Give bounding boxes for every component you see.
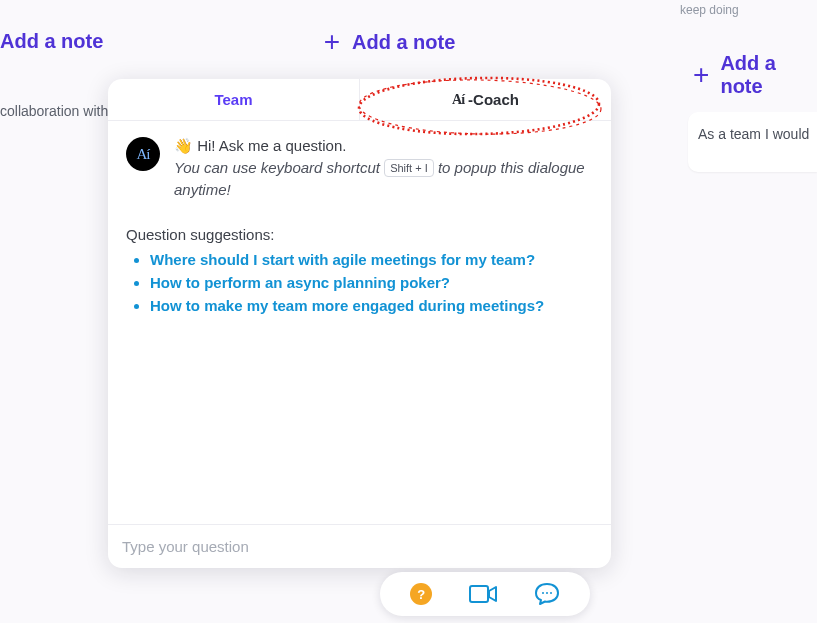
hint-before: You can use keyboard shortcut: [174, 159, 380, 176]
add-note-center-label: Add a note: [352, 31, 455, 54]
team-card[interactable]: As a team I would: [688, 112, 817, 172]
add-note-right-label: Add a note: [720, 52, 817, 98]
ai-coach-prefix: Aí: [452, 92, 464, 108]
plus-icon: +: [690, 63, 712, 87]
ai-avatar-label: Aí: [137, 146, 150, 163]
help-icon: ?: [417, 587, 425, 602]
suggestion-item: How to make my team more engaged during …: [150, 297, 593, 314]
tab-team-label: Team: [214, 91, 252, 108]
tab-team[interactable]: Team: [108, 79, 359, 120]
help-button[interactable]: ?: [410, 583, 432, 605]
svg-rect-2: [470, 586, 488, 602]
svg-point-5: [550, 592, 552, 594]
panel-body: Aí 👋 Hi! Ask me a question. You can use …: [108, 121, 611, 524]
ai-message-text: 👋 Hi! Ask me a question. You can use key…: [174, 135, 593, 200]
suggestion-item: How to perform an async planning poker?: [150, 274, 593, 291]
chat-panel: Team Aí-Coach Aí 👋 Hi! Ask me a question…: [108, 79, 611, 568]
suggestion-item: Where should I start with agile meetings…: [150, 251, 593, 268]
svg-point-3: [542, 592, 544, 594]
add-note-left-label: Add a note: [0, 30, 103, 53]
suggestions-list: Where should I start with agile meetings…: [136, 251, 593, 314]
question-input[interactable]: [120, 537, 599, 556]
add-note-center[interactable]: + Add a note: [320, 30, 455, 54]
bottom-dock: ?: [380, 572, 590, 616]
add-note-right[interactable]: + Add a note: [690, 52, 817, 98]
wave-emoji: 👋: [174, 137, 193, 154]
ai-coach-suffix: -Coach: [468, 91, 519, 108]
keyboard-shortcut: Shift + I: [384, 159, 434, 177]
chat-button[interactable]: [534, 582, 560, 606]
ai-message: Aí 👋 Hi! Ask me a question. You can use …: [126, 135, 593, 200]
panel-tabs: Team Aí-Coach: [108, 79, 611, 121]
add-note-left[interactable]: Add a note: [0, 30, 103, 53]
collaboration-snippet: collaboration with: [0, 103, 108, 119]
team-card-text: As a team I would: [698, 126, 809, 142]
suggestions-label: Question suggestions:: [126, 226, 593, 243]
svg-point-4: [546, 592, 548, 594]
suggestion-link[interactable]: How to make my team more engaged during …: [150, 297, 544, 314]
video-icon: [469, 584, 497, 604]
chat-icon: [534, 582, 560, 606]
greeting-text: Hi! Ask me a question.: [197, 137, 346, 154]
video-button[interactable]: [469, 584, 497, 604]
suggestion-link[interactable]: Where should I start with agile meetings…: [150, 251, 535, 268]
suggestion-link[interactable]: How to perform an async planning poker?: [150, 274, 450, 291]
plus-icon: +: [320, 30, 344, 54]
tab-ai-coach[interactable]: Aí-Coach: [359, 79, 611, 120]
ai-avatar: Aí: [126, 137, 160, 171]
keep-doing-label: keep doing: [680, 3, 739, 17]
question-input-bar: [108, 524, 611, 568]
